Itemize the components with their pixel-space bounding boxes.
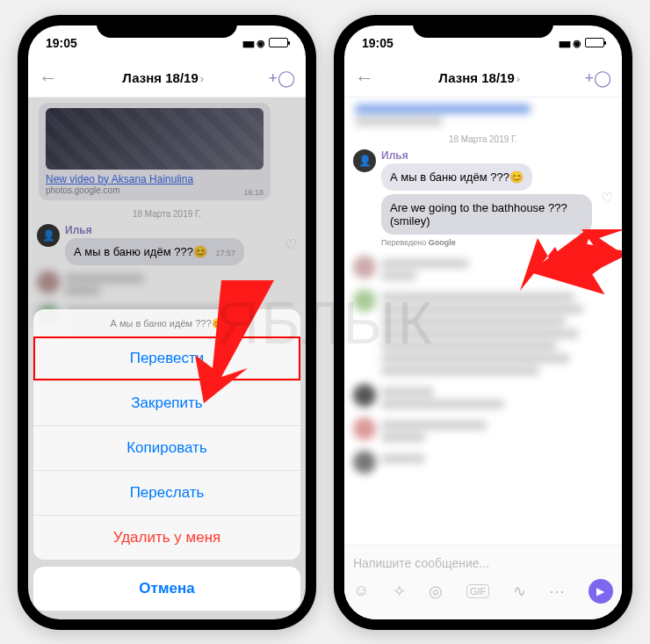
wifi-icon (573, 37, 581, 49)
message-bubble[interactable]: А мы в баню идём ???😊 (381, 163, 532, 191)
avatar[interactable]: 👤 (353, 149, 376, 172)
chevron-right-icon: › (516, 72, 520, 85)
chat-title[interactable]: Лазня 18/19 (122, 70, 198, 85)
add-user-button[interactable]: +◯ (268, 69, 295, 88)
red-arrow-icon (520, 229, 622, 317)
message-input[interactable]: Напишите сообщение... (353, 551, 613, 575)
chat-title[interactable]: Лазня 18/19 (438, 70, 514, 85)
smile-emoji-icon: 😊 (509, 170, 524, 184)
back-button[interactable]: ← (355, 67, 374, 90)
gif-icon[interactable]: GIF (466, 584, 489, 598)
heart-icon[interactable]: ♡ (601, 190, 613, 206)
more-icon[interactable]: ⋯ (549, 582, 565, 601)
chevron-right-icon: › (200, 72, 204, 85)
sheet-forward[interactable]: Переслать (33, 470, 300, 515)
message-author: Илья (381, 149, 592, 162)
battery-icon (585, 38, 604, 47)
notch (413, 15, 553, 38)
signal-icon (559, 37, 569, 49)
voice-icon[interactable]: ∿ (513, 582, 526, 601)
chat-body[interactable]: 18 Марта 2019 Г. 👤 Илья А мы в баню идём… (344, 98, 622, 619)
sticker-icon[interactable]: ✧ (393, 582, 406, 601)
translation-text: Are we going to the bathhouse ??? (smile… (390, 201, 567, 228)
chat-body: New video by Aksana Hainulina photos.goo… (28, 98, 306, 619)
phone-right: 19:05 ← Лазня 18/19› +◯ 18 Марта 2019 Г (334, 15, 632, 630)
message-text: А мы в баню идём ??? (390, 170, 509, 184)
composer: Напишите сообщение... ☺ ✧ ◎ GIF ∿ ⋯ ▶ (344, 545, 622, 619)
notch (97, 15, 237, 38)
signal-icon (242, 37, 253, 49)
status-time: 19:05 (362, 36, 394, 50)
send-button[interactable]: ▶ (589, 579, 613, 604)
status-time: 19:05 (46, 36, 77, 50)
add-user-button[interactable]: +◯ (584, 69, 611, 88)
navbar: ← Лазня 18/19› +◯ (28, 61, 306, 98)
wifi-icon (256, 37, 265, 49)
red-arrow-icon (169, 280, 274, 403)
emoji-icon[interactable]: ☺ (353, 582, 369, 600)
date-separator: 18 Марта 2019 Г. (344, 134, 622, 144)
svg-marker-0 (195, 280, 274, 403)
camera-icon[interactable]: ◎ (429, 582, 443, 601)
sheet-cancel[interactable]: Отмена (33, 567, 300, 611)
battery-icon (269, 38, 288, 47)
back-button[interactable]: ← (39, 67, 58, 90)
sheet-delete[interactable]: Удалить у меня (33, 515, 300, 560)
sheet-copy[interactable]: Копировать (33, 425, 300, 470)
phone-left: 19:05 ← Лазня 18/19› +◯ New video by Aks… (18, 15, 316, 630)
navbar: ← Лазня 18/19› +◯ (344, 61, 622, 98)
